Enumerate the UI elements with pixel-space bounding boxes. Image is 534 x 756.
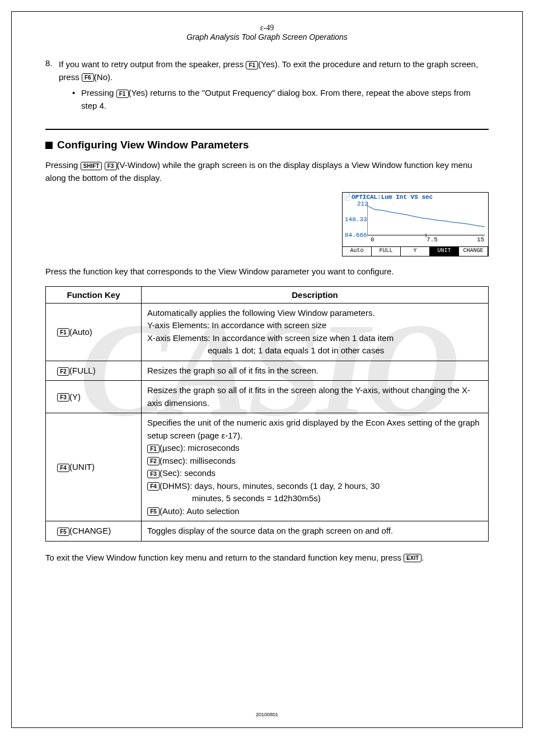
desc-text: Specifies the unit of the numeric axis g… (147, 417, 483, 442)
desc-text: equals 1 dot; 1 data equals 1 dot in oth… (208, 344, 483, 357)
intro-paragraph: Pressing SHIFT F3(V-Window) while the gr… (45, 159, 489, 184)
table-row: F1(Auto) Automatically applies the follo… (46, 303, 489, 361)
screenshot-menu: Auto FULL Y UNIT CHANGE (343, 246, 488, 256)
desc-text: Toggles display of the source data on th… (142, 521, 489, 542)
step-text: (No). (94, 72, 113, 82)
step-number: 8. (45, 58, 59, 112)
f3-key-icon: F3 (57, 393, 69, 402)
desc-text: (Auto): Auto selection (160, 506, 240, 516)
shift-key-icon: SHIFT (81, 162, 102, 170)
key-label: (Auto) (69, 327, 92, 337)
f3-key-icon: F3 (105, 162, 117, 170)
desc-text: minutes, 5 seconds = 1d2h30m5s) (192, 492, 483, 505)
desc-text: (DHMS): days, hours, minutes, seconds (1… (160, 481, 380, 491)
desc-text: Resizes the graph so all of it fits in t… (142, 361, 489, 381)
y-axis-bot: 84.666 (345, 232, 367, 239)
calculator-screenshot: 📄 OPTICAL:Lum Int VS sec 212 148.33 84.6… (342, 192, 489, 256)
menu-auto: Auto (343, 247, 372, 256)
key-label: (Y) (69, 392, 81, 402)
page-title: Graph Analysis Tool Graph Screen Operati… (186, 32, 348, 41)
f3-key-icon: F3 (147, 470, 160, 478)
desc-text: (µsec): microseconds (160, 443, 240, 452)
section-divider (45, 129, 489, 130)
menu-change: CHANGE (459, 247, 488, 256)
bullet-icon: • (72, 87, 81, 112)
function-key-table: Function Key Description F1(Auto) Automa… (45, 286, 489, 542)
y-axis-mid: 148.33 (345, 216, 367, 223)
f5-key-icon: F5 (57, 528, 69, 536)
desc-text: Resizes the graph so all of it fits in t… (142, 381, 489, 413)
key-label: (CHANGE) (69, 526, 111, 535)
desc-text: X-axis Elements: In accordance with scre… (147, 332, 483, 345)
screenshot-title: OPTICAL:Lum Int VS sec (352, 194, 433, 200)
f2-key-icon: F2 (147, 457, 160, 465)
pre-table-text: Press the function key that corresponds … (45, 265, 489, 278)
th-function-key: Function Key (46, 286, 142, 303)
step-8: 8. If you want to retry output from the … (45, 58, 489, 112)
table-row: F4(UNIT) Specifies the unit of the numer… (46, 413, 489, 521)
f5-key-icon: F5 (147, 507, 160, 516)
f4-key-icon: F4 (147, 482, 160, 491)
menu-unit: UNIT (430, 247, 459, 256)
table-row: F5(CHANGE) Toggles display of the source… (46, 521, 489, 542)
desc-text: Automatically applies the following View… (147, 307, 483, 320)
desc-text: (msec): milliseconds (160, 456, 236, 465)
f6-key-icon: F6 (82, 73, 94, 82)
chart-line (367, 203, 485, 237)
table-row: F3(Y) Resizes the graph so all of it fit… (46, 381, 489, 413)
step-text: If you want to retry output from the spe… (59, 59, 246, 69)
f1-key-icon: F1 (116, 90, 129, 98)
exit-key-icon: EXIT (404, 554, 421, 562)
y-axis-top: 212 (357, 200, 368, 207)
page-number: ε-49 (260, 24, 274, 32)
section-heading: Configuring View Window Parameters (45, 139, 489, 151)
th-description: Description (142, 286, 489, 303)
f1-key-icon: F1 (57, 328, 69, 337)
f1-key-icon: F1 (246, 61, 258, 69)
bullet-text: (Yes) returns to the "Output Frequency" … (81, 88, 471, 110)
desc-text: (Sec): seconds (160, 468, 216, 478)
f4-key-icon: F4 (57, 464, 69, 472)
page-header: ε-49 Graph Analysis Tool Graph Screen Op… (45, 23, 489, 41)
key-label: (UNIT) (69, 462, 95, 472)
menu-y: Y (401, 247, 430, 256)
f2-key-icon: F2 (57, 367, 69, 376)
footer-paragraph: To exit the View Window function key men… (45, 552, 489, 564)
square-bullet-icon (45, 142, 53, 149)
f1-key-icon: F1 (147, 445, 160, 453)
table-row: F2(FULL) Resizes the graph so all of it … (46, 361, 489, 381)
bullet-text: Pressing (81, 88, 116, 97)
desc-text: Y-axis Elements: In accordance with scre… (147, 319, 483, 332)
menu-full: FULL (372, 247, 401, 256)
heading-text: Configuring View Window Parameters (57, 139, 249, 151)
key-label: (FULL) (69, 366, 96, 375)
footer-code: 20100801 (12, 712, 522, 717)
